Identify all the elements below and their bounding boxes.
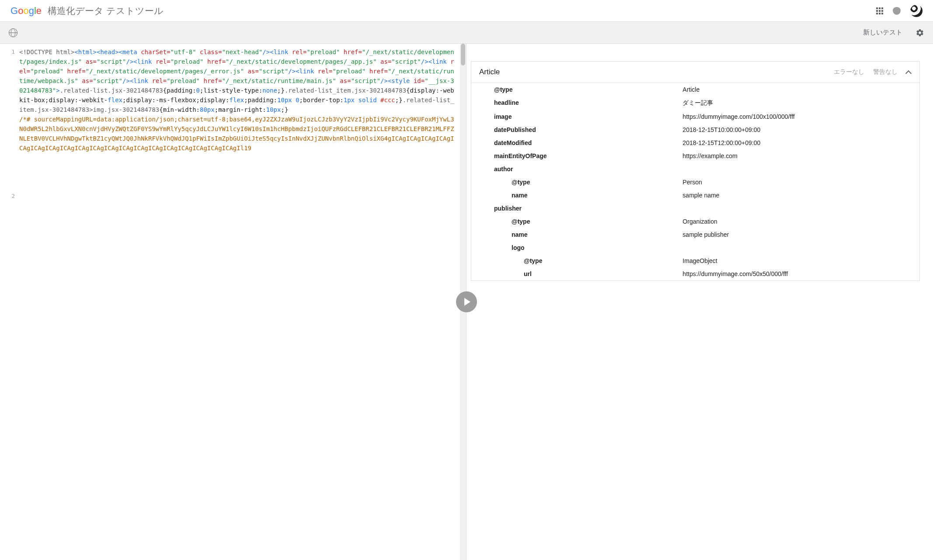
property-key: name	[471, 231, 682, 238]
code-text: <!DOCTYPE html><html><head><meta charSet…	[19, 48, 454, 152]
new-test-button[interactable]: 新しいテスト	[863, 28, 902, 37]
run-test-button[interactable]	[456, 291, 477, 312]
property-value: https://dummyimage.com/100x100/000/fff	[682, 113, 912, 120]
property-value: 2018-12-15T10:00:00+09:00	[682, 126, 912, 133]
apps-icon[interactable]	[876, 7, 883, 14]
result-header[interactable]: Article エラーなし 警告なし	[471, 62, 919, 83]
results-panel: Article エラーなし 警告なし @typeArticleheadlineダ…	[466, 44, 933, 560]
gear-icon[interactable]	[916, 28, 924, 37]
line-number: 1	[0, 47, 15, 57]
property-value	[682, 244, 912, 251]
line-number: 2	[0, 191, 15, 201]
property-value: sample publisher	[682, 231, 912, 238]
property-value: ImageObject	[682, 257, 912, 264]
main-content: 1 2 <!DOCTYPE html><html><head><meta cha…	[0, 44, 933, 560]
user-avatar[interactable]	[910, 5, 923, 17]
property-row[interactable]: namesample name	[471, 189, 919, 202]
result-card: Article エラーなし 警告なし @typeArticleheadlineダ…	[471, 61, 920, 281]
property-value: ダミー記事	[682, 99, 912, 107]
property-row[interactable]: mainEntityOfPagehttps://example.com	[471, 149, 919, 162]
errors-label: エラーなし	[834, 68, 864, 76]
warnings-label: 警告なし	[873, 68, 898, 76]
property-value: Person	[682, 179, 912, 186]
property-key: @type	[471, 86, 682, 93]
property-row[interactable]: headlineダミー記事	[471, 96, 919, 110]
property-key: author	[471, 166, 682, 173]
google-wordmark: Google	[10, 5, 42, 17]
property-value: 2018-12-15T12:00:00+09:00	[682, 139, 912, 146]
property-key: dateModified	[471, 139, 682, 146]
property-key: name	[471, 192, 682, 199]
property-value: Article	[682, 86, 912, 93]
chevron-up-icon	[906, 69, 912, 75]
property-value	[682, 166, 912, 173]
property-row[interactable]: publisher	[471, 202, 919, 215]
header-actions	[876, 5, 923, 17]
scrollbar-thumb[interactable]	[461, 44, 465, 66]
property-key: @type	[471, 179, 682, 186]
property-row[interactable]: urlhttps://dummyimage.com/50x50/000/fff	[471, 267, 919, 280]
google-logo: Google 構造化データ テストツール	[10, 5, 164, 17]
property-row[interactable]: datePublished2018-12-15T10:00:00+09:00	[471, 123, 919, 136]
property-value: https://dummyimage.com/50x50/000/fff	[682, 270, 912, 277]
property-value: Organization	[682, 218, 912, 225]
property-key: publisher	[471, 205, 682, 212]
line-gutter: 1 2	[0, 44, 19, 560]
property-row[interactable]: author	[471, 162, 919, 176]
property-row[interactable]: @typePerson	[471, 176, 919, 189]
property-row[interactable]: dateModified2018-12-15T12:00:00+09:00	[471, 136, 919, 149]
property-row[interactable]: imagehttps://dummyimage.com/100x100/000/…	[471, 110, 919, 123]
property-key: mainEntityOfPage	[471, 152, 682, 159]
result-title: Article	[479, 68, 500, 76]
notifications-icon[interactable]	[893, 7, 901, 15]
property-key: @type	[471, 257, 682, 264]
property-row[interactable]: @typeOrganization	[471, 215, 919, 228]
globe-icon[interactable]	[9, 28, 17, 37]
properties-list: @typeArticleheadlineダミー記事imagehttps://du…	[471, 83, 919, 280]
code-panel: 1 2 <!DOCTYPE html><html><head><meta cha…	[0, 44, 466, 560]
property-key: datePublished	[471, 126, 682, 133]
property-key: image	[471, 113, 682, 120]
property-row[interactable]: @typeArticle	[471, 83, 919, 96]
app-header: Google 構造化データ テストツール	[0, 0, 933, 22]
property-value: sample name	[682, 192, 912, 199]
property-value: https://example.com	[682, 152, 912, 159]
property-key: url	[471, 270, 682, 277]
property-key: headline	[471, 99, 682, 107]
result-status: エラーなし 警告なし	[834, 68, 912, 76]
property-value	[682, 205, 912, 212]
toolbar: 新しいテスト	[0, 22, 933, 44]
property-row[interactable]: @typeImageObject	[471, 254, 919, 267]
property-row[interactable]: logo	[471, 241, 919, 254]
property-key: logo	[471, 244, 682, 251]
property-row[interactable]: namesample publisher	[471, 228, 919, 241]
property-key: @type	[471, 218, 682, 225]
toolbar-right: 新しいテスト	[863, 28, 924, 37]
app-title: 構造化データ テストツール	[48, 5, 164, 17]
code-body[interactable]: <!DOCTYPE html><html><head><meta charSet…	[19, 44, 460, 560]
